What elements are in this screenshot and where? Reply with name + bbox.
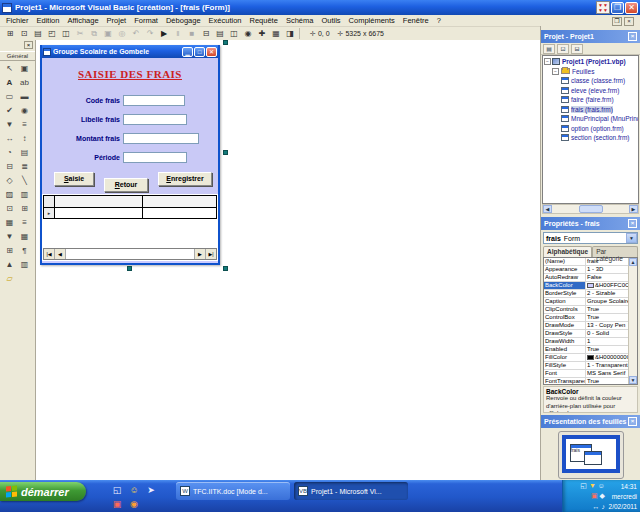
libelle-frais-field[interactable]	[123, 114, 187, 125]
move-previous-button[interactable]: ◀	[55, 249, 66, 259]
show-desktop-icon[interactable]: ◱	[110, 484, 124, 497]
datalist-icon[interactable]: ≡	[17, 216, 32, 230]
tree-form-item[interactable]: frais (frais.frm)	[543, 105, 638, 115]
project-hscrollbar[interactable]: ◀ ▶	[542, 204, 639, 214]
scroll-up-icon[interactable]: ▲	[629, 258, 637, 266]
project-close-icon[interactable]: ×	[628, 32, 637, 41]
property-row[interactable]: FillColor &H00000000& ▼	[544, 354, 628, 362]
menu-item[interactable]: Exécution	[205, 16, 246, 25]
menu-item[interactable]: Requête	[246, 16, 282, 25]
break-button[interactable]: ‖	[171, 28, 185, 40]
listview-icon[interactable]: ▥	[17, 258, 32, 272]
resize-handle-south[interactable]	[127, 266, 132, 271]
mschart-icon[interactable]: ▲	[2, 258, 17, 272]
msflexgrid-icon[interactable]: ▦	[17, 230, 32, 244]
messenger-tray-icon[interactable]: ☺	[598, 482, 605, 490]
retour-button[interactable]: Retour	[104, 178, 148, 192]
datagrid-icon[interactable]: ▦	[2, 216, 17, 230]
clock-date[interactable]: 2/02/2011	[607, 503, 637, 510]
data-view-button[interactable]: ▦	[269, 28, 283, 40]
scroll-left-icon[interactable]: ◀	[543, 205, 552, 213]
menu-item[interactable]: Fichier	[2, 16, 33, 25]
view-code-button[interactable]: ▤	[543, 44, 555, 54]
commandbutton-icon[interactable]: ▬	[17, 90, 32, 104]
shape-icon[interactable]: ◇	[2, 174, 17, 188]
volume-icon[interactable]: ♪	[602, 503, 606, 510]
pointer-icon[interactable]: ↖	[2, 62, 17, 76]
menu-item[interactable]: Format	[130, 16, 162, 25]
tree-form-item[interactable]: MnuPrincipal (MnuPrincip	[543, 114, 638, 124]
property-row[interactable]: DrawWidth 1 ▼	[544, 338, 628, 346]
ole-icon[interactable]: ⊡	[2, 202, 17, 216]
scroll-thumb[interactable]	[579, 205, 603, 213]
resize-handle-ne[interactable]	[223, 40, 228, 45]
components-button[interactable]: ◨	[283, 28, 297, 40]
checkbox-icon[interactable]: ✔	[2, 104, 17, 118]
combobox-icon[interactable]: ▼	[2, 118, 17, 132]
collapse-icon[interactable]: −	[552, 68, 559, 75]
timer-icon[interactable]: ◔	[2, 146, 17, 160]
clock-time[interactable]: 14:31	[607, 483, 637, 490]
download-manager-overlay-icon[interactable]: ▼▼▼▼	[596, 1, 610, 14]
menu-item[interactable]: ?	[433, 16, 445, 25]
copy-button[interactable]: ⧉	[87, 28, 101, 40]
app-red-icon[interactable]: ▣	[110, 498, 124, 511]
frais-form-design[interactable]: Groupe Scolaire de Gombele ▁ □ ✕ SAISIE …	[40, 45, 220, 265]
clock-day[interactable]: mercredi	[607, 493, 637, 500]
object-browser-button[interactable]: ◉	[241, 28, 255, 40]
redo-button[interactable]: ↷	[143, 28, 157, 40]
picturebox-icon[interactable]: ▣	[17, 62, 32, 76]
ado-data-control[interactable]: |◀ ◀ ▶ ▶|	[43, 248, 217, 260]
saisie-button[interactable]: Saisie	[54, 172, 94, 186]
menu-item[interactable]: Edition	[33, 16, 64, 25]
save-project-button[interactable]: ◫	[59, 28, 73, 40]
tab-par-categorie[interactable]: Par catégorie	[592, 246, 638, 257]
antivirus-icon[interactable]: ▣	[591, 492, 598, 500]
security-icon[interactable]: ◆	[600, 492, 605, 500]
scroll-right-icon[interactable]: ▶	[629, 205, 638, 213]
data-icon[interactable]: ▥	[17, 188, 32, 202]
datacombo-icon[interactable]: ▼	[2, 230, 17, 244]
resize-handle-se[interactable]	[223, 266, 228, 271]
enregistrer-button[interactable]: Enregistrer	[158, 172, 212, 186]
vscrollbar-icon[interactable]: ↕	[17, 132, 32, 146]
move-first-button[interactable]: |◀	[44, 249, 55, 259]
tree-root-projet1[interactable]: − Projet1 (Projet1.vbp)	[543, 57, 638, 67]
end-button[interactable]: ■	[185, 28, 199, 40]
adodc-icon[interactable]: ▱	[2, 272, 17, 286]
mini-form-window-2[interactable]	[584, 451, 602, 465]
start-button[interactable]: ▶	[157, 28, 171, 40]
start-button[interactable]: démarrer	[0, 482, 86, 501]
properties-vscrollbar[interactable]: ▲ ▼	[628, 258, 637, 384]
tree-form-item[interactable]: option (option.frm)	[543, 124, 638, 134]
sstab-icon[interactable]: ⊞	[2, 244, 17, 258]
restore-window-button[interactable]: ❐	[611, 2, 624, 14]
tree-form-item[interactable]: faire (faire.frm)	[543, 95, 638, 105]
tree-form-item[interactable]: section (section.frm)	[543, 133, 638, 143]
object-selector-combo[interactable]: frais Form ▼	[543, 232, 638, 244]
richtextbox-icon[interactable]: ¶	[17, 244, 32, 258]
tree-form-item[interactable]: eleve (eleve.frm)	[543, 86, 638, 96]
undo-button[interactable]: ↶	[129, 28, 143, 40]
collapse-icon[interactable]: −	[544, 58, 551, 65]
scroll-down-icon[interactable]: ▼	[629, 376, 637, 384]
property-row[interactable]: ControlBox True ▼	[544, 314, 628, 322]
property-row[interactable]: DrawMode 13 - Copy Pen ▼	[544, 322, 628, 330]
frame-icon[interactable]: ▭	[2, 90, 17, 104]
toolbox-close-icon[interactable]: ×	[24, 41, 33, 49]
messenger-icon[interactable]: ☺	[127, 484, 141, 497]
network-icon[interactable]: ↔	[593, 503, 600, 510]
menu-editor-button[interactable]: ▤	[31, 28, 45, 40]
datagrid-control[interactable]: ▸	[43, 195, 217, 219]
menu-item[interactable]: Projet	[103, 16, 131, 25]
menu-item[interactable]: Débogage	[162, 16, 205, 25]
toolbox-tab-general[interactable]: Général	[0, 51, 35, 61]
property-row[interactable]: Appearance 1 - 3D ▼	[544, 266, 628, 274]
textbox-icon[interactable]: ab	[17, 76, 32, 90]
mdi-close-button[interactable]: ×	[624, 17, 634, 26]
menu-item[interactable]: Outils	[317, 16, 344, 25]
property-row[interactable]: (Name) frais ▼	[544, 258, 628, 266]
property-row[interactable]: BackColor &H00FFC0C0& ▼	[544, 282, 628, 290]
toolbox-button[interactable]: ✚	[255, 28, 269, 40]
hscrollbar-icon[interactable]: ↔	[2, 132, 17, 146]
